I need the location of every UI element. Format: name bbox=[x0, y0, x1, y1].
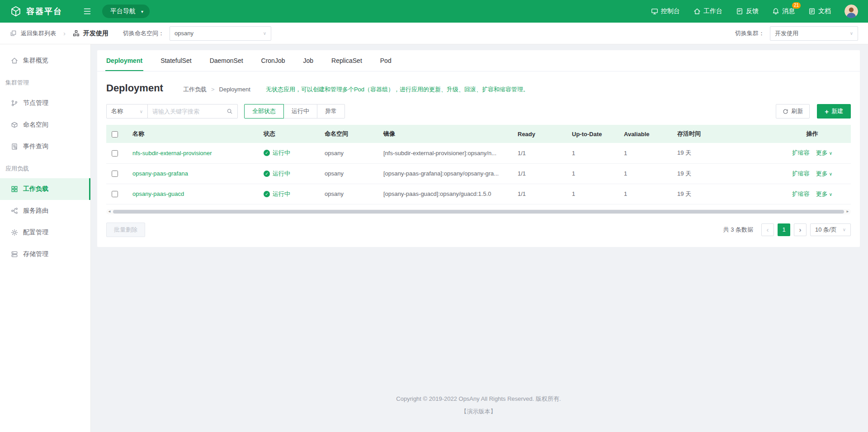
page-head: Deployment 工作负载 > Deployment 无状态应用，可以创建和… bbox=[97, 71, 860, 95]
message-count-badge: 21 bbox=[792, 2, 801, 9]
sidebar-item-node-mgmt[interactable]: 节点管理 bbox=[0, 92, 90, 114]
header-item-docs[interactable]: 文档 bbox=[808, 7, 831, 15]
column-header-age: 存活时间 bbox=[672, 125, 774, 143]
column-header-status: 状态 bbox=[258, 125, 319, 143]
status-filter-abnormal[interactable]: 异常 bbox=[317, 104, 345, 119]
sub-header: 返回集群列表 › 开发使用 切换命名空间： opsany ∨ 切换集群： 开发使… bbox=[0, 23, 868, 44]
page-description: 无状态应用，可以创建和管理多个Pod（容器组），进行应用的更新、升级、回滚、扩容… bbox=[266, 85, 529, 94]
sidebar-item-label: 事件查询 bbox=[23, 142, 48, 151]
back-window-icon bbox=[10, 30, 17, 37]
menu-collapse-icon[interactable] bbox=[83, 7, 91, 15]
status-text: 运行中 bbox=[273, 190, 290, 198]
page-prev-button[interactable]: ‹ bbox=[761, 223, 774, 236]
scroll-right-arrow-icon[interactable]: ► bbox=[844, 209, 851, 214]
search-input[interactable] bbox=[152, 108, 226, 115]
header-item-label: 消息 bbox=[782, 7, 795, 15]
scrollbar-thumb[interactable] bbox=[113, 210, 844, 214]
current-cluster-chip: 开发使用 bbox=[73, 29, 108, 38]
platform-nav-button[interactable]: 平台导航 ▾ bbox=[102, 5, 150, 18]
breadcrumb-parent[interactable]: 工作负载 bbox=[183, 85, 207, 94]
more-action-link[interactable]: 更多∨ bbox=[816, 170, 832, 177]
status-filter-all[interactable]: 全部状态 bbox=[244, 104, 284, 119]
tab-statefulset[interactable]: StatefulSet bbox=[151, 50, 201, 71]
status-badge: ✓运行中 bbox=[264, 190, 290, 198]
status-badge: ✓运行中 bbox=[264, 170, 290, 178]
user-avatar[interactable] bbox=[844, 5, 858, 18]
plus-icon: + bbox=[825, 108, 829, 115]
more-action-link[interactable]: 更多∨ bbox=[816, 190, 832, 197]
app-logo[interactable]: 容器平台 bbox=[10, 5, 62, 17]
deployment-name-link[interactable]: opsany-paas-guacd bbox=[132, 190, 184, 197]
sidebar-item-label: 存储管理 bbox=[23, 250, 48, 258]
tab-pod[interactable]: Pod bbox=[371, 50, 401, 71]
scale-action-link[interactable]: 扩缩容 bbox=[792, 149, 810, 156]
sidebar-item-storage-mgmt[interactable]: 存储管理 bbox=[0, 243, 90, 265]
back-to-cluster-list-link[interactable]: 返回集群列表 bbox=[10, 29, 56, 38]
chevron-down-icon: ∨ bbox=[829, 192, 832, 197]
document-icon bbox=[808, 8, 816, 15]
header-item-messages[interactable]: 消息 21 bbox=[772, 7, 795, 15]
page-next-button[interactable]: › bbox=[794, 223, 807, 236]
more-action-link[interactable]: 更多∨ bbox=[816, 149, 832, 156]
deployment-name-link[interactable]: opsany-paas-grafana bbox=[132, 170, 188, 177]
ready-cell: 1/1 bbox=[512, 184, 566, 204]
refresh-button[interactable]: 刷新 bbox=[776, 104, 810, 119]
row-checkbox[interactable] bbox=[112, 150, 118, 157]
tab-deployment[interactable]: Deployment bbox=[97, 50, 151, 71]
main-content: Deployment StatefulSet DaemonSet CronJob… bbox=[91, 44, 868, 432]
sidebar-item-cluster-overview[interactable]: 集群概览 bbox=[0, 50, 90, 71]
copyright-line2: 【演示版本】 bbox=[97, 408, 860, 416]
deployment-name-link[interactable]: nfs-subdir-external-provisioner bbox=[132, 150, 212, 157]
page-title: Deployment bbox=[106, 82, 163, 94]
namespace-select[interactable]: opsany ∨ bbox=[170, 26, 271, 41]
sidebar-item-namespace[interactable]: 命名空间 bbox=[0, 114, 90, 136]
breadcrumb-separator: > bbox=[211, 86, 215, 93]
node-branch-icon bbox=[11, 100, 18, 107]
sidebar-item-service-route[interactable]: 服务路由 bbox=[0, 200, 90, 222]
status-running-icon: ✓ bbox=[264, 150, 270, 156]
search-box bbox=[147, 104, 238, 119]
cluster-select[interactable]: 开发使用 ∨ bbox=[770, 26, 858, 41]
column-header-uptodate: Up-to-Date bbox=[566, 125, 618, 143]
namespace-switch-label: 切换命名空间： bbox=[123, 29, 164, 38]
scale-action-link[interactable]: 扩缩容 bbox=[792, 170, 810, 177]
horizontal-scrollbar[interactable]: ◄ ► bbox=[106, 209, 851, 214]
toolbar: 名称 ∨ 全部状态 运行中 异常 刷新 bbox=[97, 95, 860, 125]
header-item-feedback[interactable]: 反馈 bbox=[736, 7, 759, 15]
home-icon bbox=[11, 57, 18, 64]
status-filter-running[interactable]: 运行中 bbox=[283, 104, 317, 119]
scale-action-link[interactable]: 扩缩容 bbox=[792, 190, 810, 197]
search-icon[interactable] bbox=[226, 108, 233, 114]
sidebar-item-config-mgmt[interactable]: 配置管理 bbox=[0, 222, 90, 243]
image-cell: [opsany-paas-guacd]:opsany/guacd:1.5.0 bbox=[378, 184, 512, 204]
row-checkbox[interactable] bbox=[112, 191, 118, 197]
header-item-label: 工作台 bbox=[703, 7, 722, 15]
cluster-grid-icon bbox=[73, 30, 80, 37]
tab-cronjob[interactable]: CronJob bbox=[252, 50, 294, 71]
header-item-workbench[interactable]: 工作台 bbox=[693, 7, 722, 15]
ready-cell: 1/1 bbox=[512, 143, 566, 163]
tab-daemonset[interactable]: DaemonSet bbox=[201, 50, 252, 71]
uptodate-cell: 1 bbox=[566, 163, 618, 184]
sidebar-item-workload[interactable]: 工作负载 bbox=[0, 178, 90, 200]
sidebar-item-event-query[interactable]: 事件查询 bbox=[0, 136, 90, 157]
sidebar-item-label: 配置管理 bbox=[23, 228, 48, 237]
create-button[interactable]: + 新建 bbox=[817, 104, 851, 119]
tab-replicaset[interactable]: ReplicaSet bbox=[322, 50, 371, 71]
scroll-left-arrow-icon[interactable]: ◄ bbox=[106, 209, 113, 214]
chevron-down-icon: ∨ bbox=[850, 31, 853, 36]
header-item-console[interactable]: 控制台 bbox=[651, 7, 680, 15]
tab-job[interactable]: Job bbox=[294, 50, 322, 71]
column-header-actions: 操作 bbox=[774, 125, 851, 143]
page-size-value: 10 条/页 bbox=[815, 226, 837, 234]
page-size-select[interactable]: 10 条/页 ∨ bbox=[810, 223, 851, 236]
cluster-select-value: 开发使用 bbox=[775, 29, 798, 38]
search-field-select[interactable]: 名称 ∨ bbox=[106, 104, 148, 119]
page-number-current[interactable]: 1 bbox=[778, 223, 790, 236]
route-network-icon bbox=[11, 207, 18, 214]
select-all-checkbox[interactable] bbox=[112, 131, 118, 138]
header-item-label: 文档 bbox=[818, 7, 831, 15]
row-checkbox[interactable] bbox=[112, 171, 118, 177]
back-label: 返回集群列表 bbox=[21, 29, 56, 38]
batch-delete-button[interactable]: 批量删除 bbox=[106, 223, 145, 237]
